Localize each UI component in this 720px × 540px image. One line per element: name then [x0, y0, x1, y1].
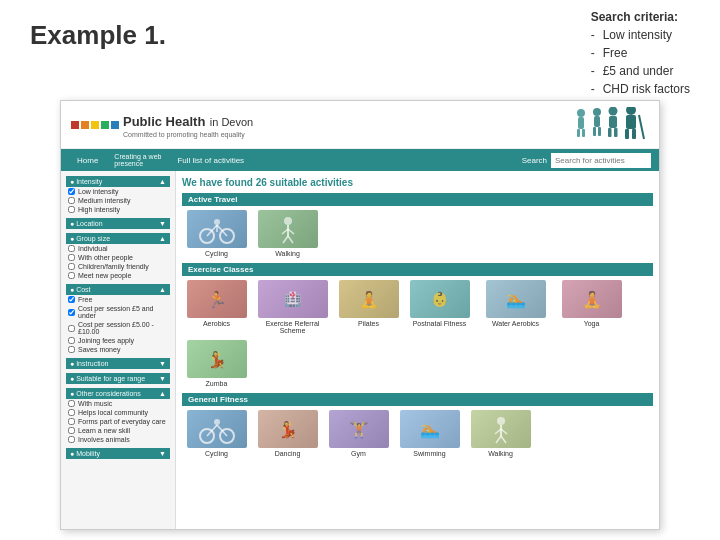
other-community-check[interactable] — [68, 409, 75, 416]
group-arrow: ▲ — [159, 235, 166, 242]
activity-referral[interactable]: 🏥 Exercise Referral Scheme — [255, 280, 330, 334]
intensity-medium-label: Medium intensity — [78, 197, 131, 204]
cost-free-check[interactable] — [68, 296, 75, 303]
water-label: Water Aerobics — [492, 320, 539, 327]
nav-full-list[interactable]: Full list of activities — [169, 149, 252, 171]
intensity-medium-check[interactable] — [68, 197, 75, 204]
svg-point-34 — [497, 417, 505, 425]
nav-home[interactable]: Home — [69, 149, 106, 171]
logo-sq-blue — [111, 121, 119, 129]
activity-dancing[interactable]: 💃 Dancing — [255, 410, 320, 457]
intensity-high-check[interactable] — [68, 206, 75, 213]
activity-cycling-2[interactable]: Cycling — [184, 410, 249, 457]
search-criteria-panel: Search criteria: Low intensity Free £5 a… — [591, 10, 690, 98]
group-children-label: Children/family friendly — [78, 263, 149, 270]
sidebar-group-header[interactable]: ● Group size ▲ — [66, 233, 170, 244]
location-label: ● Location — [70, 220, 103, 227]
results-header: We have found 26 suitable activities — [182, 177, 653, 188]
activity-walking-2[interactable]: Walking — [468, 410, 533, 457]
other-community: Helps local community — [66, 408, 170, 417]
water-icon: 🏊 — [506, 290, 526, 309]
logo-sq-red — [71, 121, 79, 129]
activity-walking-1[interactable]: Walking — [255, 210, 320, 257]
activity-swimming[interactable]: 🏊 Swimming — [397, 410, 462, 457]
activity-postnatal[interactable]: 👶 Postnatal Fitness — [407, 280, 472, 334]
sidebar-other-header[interactable]: ● Other considerations ▲ — [66, 388, 170, 399]
cost-5-10-label: Cost per session £5.00 - £10.00 — [78, 321, 168, 335]
activity-pilates[interactable]: 🧘 Pilates — [336, 280, 401, 334]
sidebar-cost-header[interactable]: ● Cost ▲ — [66, 284, 170, 295]
other-animals-check[interactable] — [68, 436, 75, 443]
location-arrow: ▼ — [159, 220, 166, 227]
svg-line-27 — [283, 236, 288, 243]
activity-water[interactable]: 🏊 Water Aerobics — [478, 280, 553, 334]
logo-name: Public Health in Devon — [123, 112, 253, 130]
cost-saves-check[interactable] — [68, 346, 75, 353]
group-new-check[interactable] — [68, 272, 75, 279]
referral-thumb: 🏥 — [258, 280, 328, 318]
sidebar-location-header[interactable]: ● Location ▼ — [66, 218, 170, 229]
other-music-check[interactable] — [68, 400, 75, 407]
main-content: ● Intensity ▲ Low intensity Medium inten… — [61, 171, 659, 530]
svg-rect-15 — [632, 129, 636, 139]
activity-zumba[interactable]: 💃 Zumba — [184, 340, 249, 387]
svg-point-23 — [284, 217, 292, 225]
svg-rect-6 — [593, 127, 596, 136]
svg-rect-13 — [626, 115, 636, 129]
browser-window: Public Health in Devon Committed to prom… — [60, 100, 660, 530]
svg-rect-9 — [609, 116, 617, 128]
group-new-people: Meet new people — [66, 271, 170, 280]
active-travel-title: Active Travel — [182, 193, 653, 206]
svg-point-8 — [609, 107, 618, 116]
active-travel-grid: Cycling — [182, 210, 653, 257]
activity-gym[interactable]: 🏋️ Gym — [326, 410, 391, 457]
category-active-travel: Active Travel — [182, 193, 653, 257]
dancing-icon: 💃 — [278, 420, 298, 439]
cost-5-10-check[interactable] — [68, 325, 75, 332]
other-skill-check[interactable] — [68, 427, 75, 434]
swimming-label: Swimming — [413, 450, 445, 457]
zumba-icon: 💃 — [207, 350, 227, 369]
sidebar-mobility-header[interactable]: ● Mobility ▼ — [66, 448, 170, 459]
sidebar-instruction-header[interactable]: ● Instruction ▼ — [66, 358, 170, 369]
age-arrow: ▼ — [159, 375, 166, 382]
activity-aerobics[interactable]: 🏃 Aerobics — [184, 280, 249, 334]
intensity-arrow: ▲ — [159, 178, 166, 185]
sidebar-age-header[interactable]: ● Suitable for age range ▼ — [66, 373, 170, 384]
svg-line-33 — [217, 425, 227, 436]
gym-thumb: 🏋️ — [329, 410, 389, 448]
group-individual: Individual — [66, 244, 170, 253]
activity-yoga[interactable]: 🧘 Yoga — [559, 280, 624, 334]
postnatal-icon: 👶 — [431, 291, 448, 307]
svg-rect-11 — [614, 128, 618, 137]
nav-creating[interactable]: Creating a webpresence — [106, 149, 169, 171]
nav-search: Search — [522, 153, 651, 168]
other-everyday-check[interactable] — [68, 418, 75, 425]
svg-rect-2 — [577, 129, 580, 137]
search-input[interactable] — [551, 153, 651, 168]
category-general: General Fitness Cycling — [182, 393, 653, 457]
yoga-thumb: 🧘 — [562, 280, 622, 318]
referral-icon: 🏥 — [284, 291, 301, 307]
sidebar-instruction: ● Instruction ▼ — [66, 358, 170, 369]
cost-joining-check[interactable] — [68, 337, 75, 344]
swimming-icon: 🏊 — [420, 420, 440, 439]
dancing-label: Dancing — [275, 450, 301, 457]
group-individual-check[interactable] — [68, 245, 75, 252]
logo-squares — [71, 121, 119, 129]
other-label: ● Other considerations — [70, 390, 141, 397]
intensity-low-check[interactable] — [68, 188, 75, 195]
sidebar-mobility: ● Mobility ▼ — [66, 448, 170, 459]
cost-under5-check[interactable] — [68, 309, 75, 316]
sidebar-intensity-header[interactable]: ● Intensity ▲ — [66, 176, 170, 187]
activity-cycling-1[interactable]: Cycling — [184, 210, 249, 257]
group-others-check[interactable] — [68, 254, 75, 261]
svg-line-21 — [217, 225, 227, 236]
walking-svg-2 — [481, 414, 521, 444]
other-arrow: ▲ — [159, 390, 166, 397]
criteria-item-2: Free — [591, 44, 690, 62]
svg-rect-5 — [594, 116, 600, 127]
group-children-check[interactable] — [68, 263, 75, 270]
nav-bar: Home Creating a webpresence Full list of… — [61, 149, 659, 171]
cost-saves: Saves money — [66, 345, 170, 354]
